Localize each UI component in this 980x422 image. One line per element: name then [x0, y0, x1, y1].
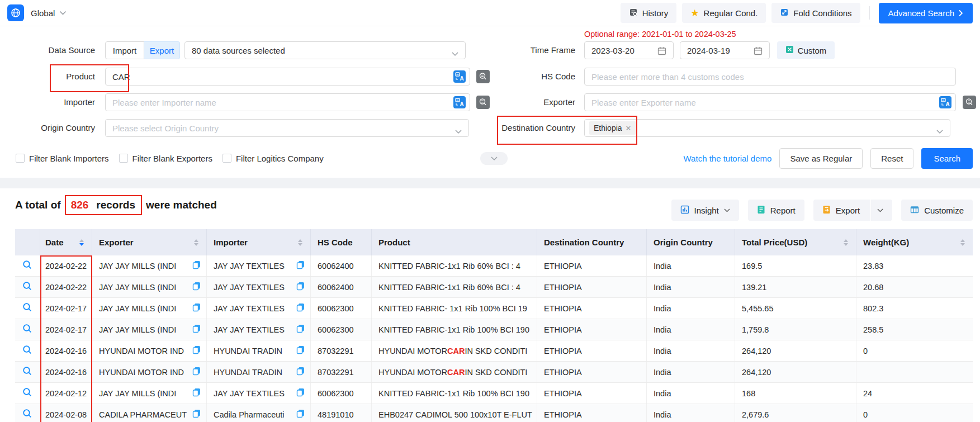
fold-conditions-button[interactable]: Fold Conditions — [771, 3, 860, 23]
filter-checkbox[interactable]: Filter Blank Exporters — [119, 154, 212, 163]
date-start-value: 2023-03-20 — [591, 46, 635, 55]
copy-icon[interactable] — [296, 260, 305, 271]
sort-icon[interactable] — [960, 239, 965, 246]
region-chevron-down-icon[interactable] — [59, 11, 67, 16]
summary-suffix: were matched — [146, 199, 217, 211]
arrow-right-icon — [958, 10, 963, 17]
copy-icon[interactable] — [296, 303, 305, 314]
cell-exporter: CADILA PHARMACEUT — [92, 404, 207, 422]
data-sources-select[interactable]: 80 data sources selected — [184, 41, 466, 59]
table-row: 2024-02-17JAY JAY MILLS (INDIJAY JAY TEX… — [15, 319, 973, 340]
exporter-input[interactable] — [584, 93, 956, 111]
history-button[interactable]: History — [621, 3, 677, 23]
copy-icon[interactable] — [296, 345, 305, 356]
exporter-name: CADILA PHARMACEUT — [99, 410, 187, 419]
checkbox-icon[interactable] — [16, 154, 25, 163]
custom-range-button[interactable]: Custom — [777, 41, 835, 59]
column-header-date[interactable]: Date — [40, 229, 92, 255]
copy-icon[interactable] — [192, 409, 201, 420]
top-bar: Global History ★ Regular Cond. Fold Cond… — [0, 0, 980, 26]
customize-button[interactable]: Customize — [901, 200, 973, 221]
importer-label: Importer — [0, 93, 95, 111]
sort-icon[interactable] — [298, 239, 302, 246]
export-button[interactable]: Export — [813, 200, 892, 221]
cell-hs-code: 60062300 — [311, 383, 372, 404]
filter-checkbox[interactable]: Filter Logitics Company — [222, 154, 324, 163]
collapse-form-button[interactable] — [480, 152, 508, 165]
row-detail-cell — [15, 298, 40, 319]
exporter-name: JAY JAY MILLS (INDI — [99, 389, 176, 398]
filter-checkbox-row: Filter Blank ImportersFilter Blank Expor… — [16, 150, 324, 166]
filter-checkbox[interactable]: Filter Blank Importers — [16, 154, 109, 163]
column-header-total-price[interactable]: Total Price(USD) — [735, 229, 856, 255]
origin-country-select[interactable]: Please select Origin Country — [105, 119, 469, 137]
row-search-icon[interactable] — [22, 409, 32, 420]
copy-icon[interactable] — [192, 260, 201, 271]
row-detail-cell — [15, 362, 40, 382]
cell-exporter: JAY JAY MILLS (INDI — [92, 255, 207, 276]
sort-icon[interactable] — [79, 239, 84, 246]
copy-icon[interactable] — [192, 303, 201, 314]
reset-button[interactable]: Reset — [870, 148, 913, 169]
importer-input[interactable] — [105, 93, 470, 111]
destination-country-select[interactable]: Ethiopia ✕ — [584, 119, 950, 137]
exporter-name: JAY JAY MILLS (INDI — [99, 283, 176, 292]
cell-product: KNITTED FABRIC-1x1 Rib 100% BCI 190 — [372, 383, 537, 404]
copy-icon[interactable] — [192, 282, 201, 292]
cell-origin-country: India — [647, 383, 735, 404]
tag-close-icon[interactable]: ✕ — [626, 124, 632, 132]
copy-icon[interactable] — [296, 282, 305, 292]
product-input[interactable] — [105, 68, 470, 86]
region-selector[interactable]: Global — [31, 8, 55, 18]
row-search-icon[interactable] — [22, 281, 32, 293]
regular-cond-button[interactable]: ★ Regular Cond. — [682, 3, 766, 23]
row-search-icon[interactable] — [22, 324, 32, 335]
report-button[interactable]: Report — [748, 200, 804, 221]
sort-icon[interactable] — [844, 239, 848, 246]
copy-icon[interactable] — [192, 388, 201, 399]
hs-code-input[interactable] — [584, 68, 956, 86]
advanced-search-button[interactable]: Advanced Search — [879, 3, 973, 23]
copy-icon[interactable] — [296, 388, 305, 399]
date-start-input[interactable]: 2023-03-20 — [584, 41, 674, 59]
import-tab[interactable]: Import — [105, 41, 144, 59]
copy-icon[interactable] — [192, 324, 201, 335]
table-row: 2024-02-12JAY JAY MILLS (INDIJAY JAY TEX… — [15, 383, 973, 404]
product-label: Product — [0, 68, 95, 86]
sort-icon[interactable] — [194, 239, 198, 246]
copy-icon[interactable] — [192, 345, 201, 356]
row-search-icon[interactable] — [22, 260, 32, 272]
cell-destination-country: ETHIOPIA — [537, 340, 647, 361]
fuzzy-search-icon[interactable] — [963, 96, 976, 109]
copy-icon[interactable] — [296, 367, 305, 377]
table-row: 2024-02-17JAY JAY MILLS (INDIJAY JAY TEX… — [15, 298, 973, 319]
column-header-weight[interactable]: Weight(KG) — [856, 229, 973, 255]
destination-country-label: Destination Country — [458, 119, 575, 137]
copy-icon[interactable] — [296, 409, 305, 420]
checkbox-icon[interactable] — [222, 154, 231, 163]
copy-icon[interactable] — [296, 324, 305, 335]
row-detail-cell — [15, 277, 40, 297]
chevron-down-icon — [452, 49, 458, 58]
row-search-icon[interactable] — [22, 302, 32, 314]
row-search-icon[interactable] — [22, 387, 32, 399]
column-header-exporter[interactable]: Exporter — [92, 229, 207, 255]
column-header-importer[interactable]: Importer — [207, 229, 311, 255]
tutorial-demo-link[interactable]: Watch the tutorial demo — [684, 154, 772, 163]
cell-hs-code: 48191010 — [311, 404, 372, 422]
date-end-input[interactable]: 2024-03-19 — [680, 41, 770, 59]
cell-weight — [856, 362, 973, 382]
checkbox-icon[interactable] — [119, 154, 128, 163]
search-button[interactable]: Search — [921, 148, 973, 169]
translate-icon[interactable]: A — [939, 96, 951, 111]
row-search-icon[interactable] — [22, 366, 32, 378]
chevron-down-icon — [724, 208, 730, 212]
insight-button[interactable]: Insight — [671, 200, 739, 221]
column-header-detail — [15, 229, 40, 255]
export-tab[interactable]: Export — [144, 41, 180, 59]
copy-icon[interactable] — [192, 367, 201, 377]
cell-exporter: JAY JAY MILLS (INDI — [92, 319, 207, 340]
save-as-regular-button[interactable]: Save as Regular — [779, 148, 863, 169]
row-search-icon[interactable] — [22, 345, 32, 357]
results-table: Date Exporter Importer HS Code Product — [15, 229, 973, 422]
